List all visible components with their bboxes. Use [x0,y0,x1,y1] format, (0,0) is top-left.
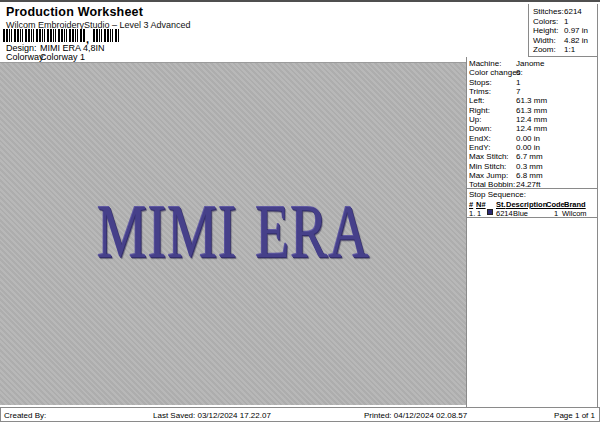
details-panel: Machine:Janome Color changes:0 Stops:1 T… [466,57,598,407]
cell-stitches: 6214 [496,209,513,218]
info-down: Down:12.4 mm [469,124,597,133]
info-right: Right:61.3 mm [469,106,597,115]
stat-stitches: Stitches: 6214 [533,7,597,17]
summary-stats-box: Stitches: 6214 Colors: 1 Height: 0.97 in… [528,4,598,57]
info-endy: EndY:0.00 in [469,143,597,152]
production-worksheet-page: Production Worksheet Wilcom EmbroiderySt… [0,0,600,424]
printed-text: Printed: 04/12/2024 02.08.57 [364,411,467,420]
info-max-jump: Max Jump:6.8 mm [469,171,597,180]
info-max-stitch: Max Stitch:6.7 mm [469,152,597,161]
info-left: Left:61.3 mm [469,96,597,105]
col-brand: Brand [564,200,586,209]
header: Production Worksheet Wilcom EmbroiderySt… [0,2,300,62]
col-description: Description [506,200,547,209]
info-min-stitch: Min Stitch:0.3 mm [469,162,597,171]
info-endx: EndX:0.00 in [469,134,597,143]
barcode-bars-right [93,29,119,42]
info-color-changes: Color changes:0 [469,68,597,77]
info-up: Up:12.4 mm [469,115,597,124]
info-machine: Machine:Janome [469,59,597,68]
cell-needle: 1 [477,209,481,218]
stop-sequence-table: # N# St. Description Code Brand 1. 1 621… [467,199,597,218]
thread-color-swatch [487,209,493,215]
stop-sequence-title: Stop Sequence: [467,189,597,199]
colorway-row: Colorway: Colorway 1 [6,52,286,62]
col-number: # [469,200,473,209]
info-trims: Trims:7 [469,87,597,96]
page-number: Page 1 of 1 [554,411,595,420]
embroidery-design: MIMI ERA [0,193,466,269]
barcode-separator: , [86,36,89,42]
stop-sequence-section: Stop Sequence: # N# St. Description Code… [467,188,597,218]
stat-zoom: Zoom: 1:1 [533,45,597,55]
last-saved-text: Last Saved: 03/12/2024 17.22.07 [153,411,271,420]
info-stops: Stops:1 [469,78,597,87]
col-code: Code [546,200,565,209]
barcode: , [3,29,119,42]
created-by-label: Created By: [4,411,46,420]
col-needle: N# [476,200,486,209]
stat-height: Height: 0.97 in [533,26,597,36]
barcode-bars-left [3,29,85,42]
colorway-name: Colorway 1 [40,52,85,62]
machine-info-list: Machine:Janome Color changes:0 Stops:1 T… [467,57,597,190]
col-stitches: St. [496,200,506,209]
page-title: Production Worksheet [6,5,143,19]
cell-description: Blue [513,209,528,218]
stat-colors: Colors: 1 [533,17,597,27]
colorway-label: Colorway: [6,52,39,62]
footer: Created By: Last Saved: 03/12/2024 17.22… [0,407,600,422]
design-canvas: MIMI ERA [0,62,466,405]
cell-brand: Wilcom [562,209,587,218]
cell-code: 1 [554,209,558,218]
stat-width: Width: 4.82 in [533,36,597,46]
cell-number: 1. [469,209,475,218]
embroidery-text: MIMI ERA [97,193,370,269]
